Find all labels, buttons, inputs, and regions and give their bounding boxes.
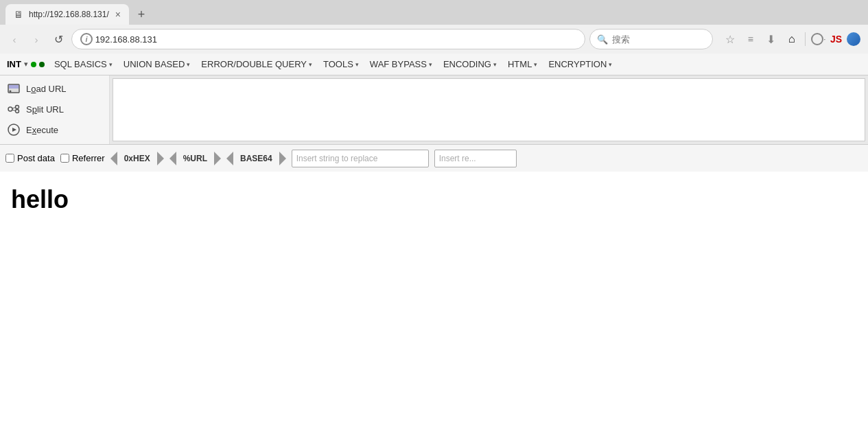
hex-decode-button[interactable] [110,152,117,165]
menu-encoding-arrow: ▾ [493,61,497,68]
toolbar-separator [805,32,806,46]
url-encode-label: %URL [182,154,209,163]
menu-encryption[interactable]: ENCRYPTION ▾ [543,54,618,75]
menu-encoding-label: ENCODING [443,59,491,69]
menu-encoding[interactable]: ENCODING ▾ [438,54,502,75]
b64-label: BASE64 [239,154,274,163]
back-button[interactable]: ‹ [5,30,23,48]
menu-html-label: HTML [508,59,532,69]
tab-close-button[interactable]: × [115,10,121,19]
globe-dot: · [823,36,825,43]
extension-button[interactable] [845,30,863,48]
hex-encode-button[interactable] [157,152,164,165]
svg-point-2 [10,91,12,93]
url-input[interactable] [113,78,865,141]
url-bar[interactable]: i 192.168.88.131 [71,29,585,49]
split-url-icon [7,102,21,116]
menu-tools[interactable]: TOOLS ▾ [318,54,364,75]
hello-text: hello [11,185,69,213]
menu-union-based-label: UNION BASED [124,59,185,69]
menu-encryption-arrow: ▾ [609,61,612,68]
address-bar: ‹ › ↺ i 192.168.88.131 🔍 ☆ ≡ ⬇ ⌂ [0,25,868,54]
info-button[interactable]: i [80,33,93,45]
hex-decode-arrow [110,152,117,165]
menu-tools-label: TOOLS [323,59,353,69]
b64-decode-arrow [226,152,233,165]
sidebar-item-load-url[interactable]: Load URL [0,78,109,99]
post-data-label: Post data [17,153,55,163]
menu-html-arrow: ▾ [534,61,537,68]
b64-encode-button[interactable] [279,152,286,165]
url-encode-arrow [214,152,221,165]
browser-tab[interactable]: 🖥 http://192.168.88.131/ × [5,4,129,25]
forward-button[interactable]: › [27,30,45,48]
b64-decode-button[interactable] [226,152,233,165]
tab-favicon: 🖥 [14,9,23,20]
insert-replace-input[interactable] [292,150,429,167]
sidebar-item-split-url[interactable]: Split URL [0,99,109,119]
referrer-label: Referrer [72,153,105,163]
star-icon: ☆ [725,33,735,46]
browser-chrome: 🖥 http://192.168.88.131/ × + ‹ › ↺ i 192… [0,0,868,172]
menu-sql-basics-arrow: ▾ [109,61,113,68]
menu-error-double-arrow: ▾ [309,61,312,68]
load-url-label: Load URL [26,84,67,94]
execute-icon [7,123,21,137]
menu-sql-basics-label: SQL BASICS [54,59,107,69]
url-text: 192.168.88.131 [95,34,576,45]
menu-sql-basics[interactable]: SQL BASICS ▾ [49,54,118,75]
download-icon: ⬇ [766,33,775,46]
menu-union-based-arrow: ▾ [187,61,190,68]
menu-waf-bypass[interactable]: WAF BYPASS ▾ [364,54,438,75]
home-button[interactable]: ⌂ [783,30,801,48]
bottom-bar: Post data Referrer 0xHEX %URL [0,144,868,172]
referrer-checkbox[interactable] [60,154,69,163]
menu-tools-arrow: ▾ [355,61,359,68]
page-content: hello [0,172,868,228]
post-data-checkbox[interactable] [5,154,14,163]
menu-encryption-label: ENCRYPTION [548,59,607,69]
search-box[interactable]: 🔍 [589,29,713,49]
url-encode-button[interactable] [214,152,221,165]
post-data-checkbox-label[interactable]: Post data [5,153,55,163]
url-decode-button[interactable] [169,152,176,165]
star-button[interactable]: ☆ [721,30,739,48]
split-url-label: Split URL [26,104,64,115]
reader-icon: ≡ [748,34,753,45]
sidebar-item-execute[interactable]: Execute [0,119,109,140]
execute-underline: x [32,125,37,135]
insert-replacement-input[interactable] [434,150,517,167]
menu-error-double[interactable]: ERROR/DOUBLE QUERY ▾ [196,54,318,75]
referrer-checkbox-label[interactable]: Referrer [60,153,105,163]
toolbar-icons: ☆ ≡ ⬇ ⌂ · JS [721,30,863,48]
reload-button[interactable]: ↺ [49,30,67,48]
menu-error-double-label: ERROR/DOUBLE QUERY [201,59,307,69]
status-dot-2 [39,62,45,67]
load-url-icon [7,82,21,95]
hackbar-brand-text: INT [7,59,21,69]
svg-point-4 [16,106,19,109]
search-icon: 🔍 [597,34,608,45]
workspace-container: Load URL Split [0,75,868,172]
hackbar-dropdown[interactable]: ▾ [24,60,28,69]
menu-waf-bypass-arrow: ▾ [429,61,432,68]
js-badge: JS [830,34,842,45]
hex-label: 0xHEX [123,154,152,163]
sidebar: Load URL Split [0,75,110,144]
svg-point-3 [8,107,12,111]
reader-button[interactable]: ≡ [742,30,760,48]
home-icon: ⌂ [788,33,795,45]
menu-waf-bypass-label: WAF BYPASS [370,59,427,69]
menu-union-based[interactable]: UNION BASED ▾ [118,54,196,75]
svg-rect-1 [9,85,19,89]
menu-html[interactable]: HTML ▾ [502,54,543,75]
hex-encode-arrow [157,152,164,165]
new-tab-button[interactable]: + [132,5,151,24]
svg-marker-9 [12,128,16,132]
url-decode-arrow [169,152,176,165]
globe-button[interactable]: · [810,30,828,48]
download-button[interactable]: ⬇ [762,30,780,48]
search-input[interactable] [612,34,705,45]
split-url-underline: p [32,104,37,115]
b64-encode-arrow [279,152,286,165]
